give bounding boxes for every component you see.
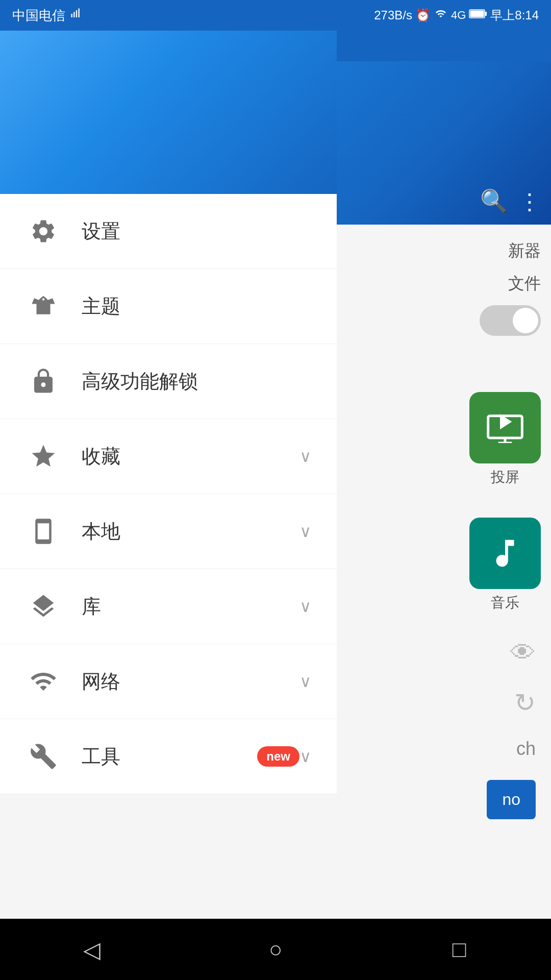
menu-item-unlock[interactable]: 高级功能解锁 [0, 344, 337, 419]
phone-icon [26, 513, 61, 549]
status-right: 273B/s ⏰ 4G 早上8:14 [374, 7, 539, 23]
tools-badge: new [257, 746, 299, 767]
drawer-header [0, 31, 337, 194]
status-bar: 中国电信 273B/s ⏰ 4G 早上8:14 [0, 0, 551, 31]
eye-icon: 👁 [510, 638, 536, 668]
right-panel-header: 🔍 ⋮ [327, 61, 551, 225]
favorites-label: 收藏 [82, 444, 299, 470]
cast-icon-box [469, 392, 541, 463]
network-label: 网络 [82, 669, 299, 695]
drawer: 设置 主题 高级功能解锁 [0, 31, 337, 980]
gear-icon [26, 213, 61, 249]
nav-bar: ◁ ○ □ [0, 919, 551, 980]
recents-icon: □ [453, 937, 466, 962]
right-panel: 🔍 ⋮ 新器 文件 [327, 61, 551, 980]
library-chevron: ∨ [299, 597, 311, 616]
local-chevron: ∨ [299, 522, 311, 541]
carrier-text: 中国电信 [12, 7, 65, 24]
cast-label: 投屏 [491, 468, 519, 487]
right-app-grid: 投屏 音乐 [332, 382, 546, 623]
right-header-icons: 🔍 ⋮ [480, 188, 541, 214]
status-left: 中国电信 [12, 7, 84, 24]
settings-label: 设置 [82, 218, 311, 244]
alarm-icon: ⏰ [415, 8, 431, 22]
menu-item-settings[interactable]: 设置 [0, 194, 337, 269]
music-label: 音乐 [491, 593, 519, 612]
menu-item-theme[interactable]: 主题 [0, 269, 337, 344]
star-icon [26, 438, 61, 474]
music-app-item[interactable]: 音乐 [469, 518, 541, 612]
library-label: 库 [82, 594, 299, 620]
toggle-area [332, 300, 546, 341]
drawer-menu: 设置 主题 高级功能解锁 [0, 194, 337, 980]
home-button[interactable]: ○ [245, 929, 306, 970]
right-menu-text-file: 文件 [332, 267, 546, 300]
toggle-switch[interactable] [480, 305, 541, 336]
back-icon: ◁ [83, 937, 101, 963]
wifi-icon [434, 8, 448, 22]
time-text: 早上8:14 [490, 7, 539, 23]
no-button[interactable]: no [487, 780, 536, 819]
lock-icon [26, 363, 61, 399]
favorites-chevron: ∨ [299, 447, 311, 466]
local-label: 本地 [82, 519, 299, 545]
menu-item-network[interactable]: 网络 ∨ [0, 644, 337, 719]
menu-item-tools[interactable]: 工具 new ∨ [0, 719, 337, 794]
battery-icon [469, 8, 487, 22]
unlock-label: 高级功能解锁 [82, 369, 311, 395]
right-misc: 👁 ↻ ch no [332, 623, 546, 835]
search-text-icon: ch [516, 738, 536, 760]
layers-icon [26, 589, 61, 624]
mobile-data-icon: 4G [451, 9, 466, 22]
tools-label: 工具 [82, 744, 249, 770]
right-menu-text-browser: 新器 [332, 235, 546, 267]
signal-icon [69, 7, 84, 24]
shirt-icon [26, 288, 61, 324]
refresh-icon[interactable]: ↻ [514, 688, 536, 718]
svg-rect-2 [485, 12, 487, 16]
network-chevron: ∨ [299, 672, 311, 691]
theme-label: 主题 [82, 293, 311, 320]
more-options-icon[interactable]: ⋮ [518, 188, 541, 214]
wrench-icon [26, 739, 61, 774]
speed-text: 273B/s [374, 8, 412, 22]
recents-button[interactable]: □ [429, 929, 490, 970]
cast-app-item[interactable]: 投屏 [469, 392, 541, 487]
svg-rect-1 [470, 11, 484, 17]
search-icon[interactable]: 🔍 [480, 188, 508, 214]
music-icon-box [469, 518, 541, 589]
tools-chevron: ∨ [299, 747, 311, 766]
home-icon: ○ [269, 937, 283, 962]
back-button[interactable]: ◁ [61, 929, 122, 970]
menu-item-library[interactable]: 库 ∨ [0, 569, 337, 644]
network-icon [26, 664, 61, 699]
menu-item-favorites[interactable]: 收藏 ∨ [0, 419, 337, 494]
menu-item-local[interactable]: 本地 ∨ [0, 494, 337, 569]
